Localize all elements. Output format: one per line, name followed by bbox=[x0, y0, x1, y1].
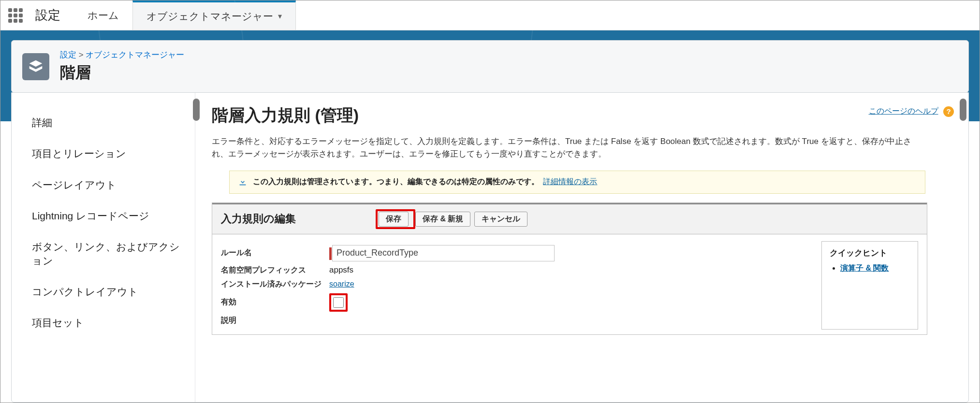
page-title: 階層 bbox=[60, 62, 184, 84]
namespace-prefix-value: appsfs bbox=[329, 265, 353, 275]
description-label: 説明 bbox=[221, 316, 329, 326]
panel-title: 入力規則の編集 bbox=[221, 212, 376, 226]
sidebar-item-page-layouts[interactable]: ページレイアウト bbox=[32, 170, 195, 201]
save-button[interactable]: 保存 bbox=[379, 212, 409, 227]
rule-name-input[interactable] bbox=[332, 245, 555, 261]
breadcrumb-sep: > bbox=[79, 50, 86, 59]
operators-functions-link[interactable]: 演算子 & 関数 bbox=[840, 264, 889, 272]
save-and-new-button[interactable]: 保存 & 新規 bbox=[415, 212, 470, 227]
intro-text: エラー条件と、対応するエラーメッセージを指定して、入力規則を定義します。エラー条… bbox=[212, 135, 922, 161]
sidebar-item-fields[interactable]: 項目とリレーション bbox=[32, 138, 195, 169]
page-help-link[interactable]: このページのヘルプ bbox=[869, 107, 938, 115]
rule-name-label: ルール名 bbox=[221, 248, 329, 258]
sidebar-item-lightning-pages[interactable]: Lightning レコードページ bbox=[32, 201, 195, 231]
sidebar-item-field-sets[interactable]: 項目セット bbox=[32, 307, 195, 338]
active-checkbox[interactable] bbox=[333, 297, 344, 308]
sidebar-item-compact-layouts[interactable]: コンパクトレイアウト bbox=[32, 276, 195, 307]
banner-more-link[interactable]: 詳細情報の表示 bbox=[543, 177, 597, 186]
banner-text: この入力規則は管理されています。つまり、編集できるのは特定の属性のみです。 bbox=[253, 177, 539, 186]
managed-banner: この入力規則は管理されています。つまり、編集できるのは特定の属性のみです。 詳細… bbox=[229, 171, 925, 194]
object-icon bbox=[22, 53, 49, 80]
breadcrumb-object-manager-link[interactable]: オブジェクトマネージャー bbox=[86, 50, 184, 59]
sidebar-item-details[interactable]: 詳細 bbox=[32, 107, 195, 138]
active-label: 有効 bbox=[221, 297, 329, 307]
required-indicator bbox=[329, 247, 332, 260]
download-icon bbox=[237, 177, 248, 187]
installed-package-link[interactable]: soarize bbox=[329, 280, 354, 288]
content-area: 詳細 項目とリレーション ページレイアウト Lightning レコードページ … bbox=[11, 92, 969, 403]
save-highlight: 保存 bbox=[376, 209, 415, 229]
form-column: ルール名 名前空間プレフィックス appsfs インストール済みパッケージ so… bbox=[221, 241, 807, 330]
breadcrumb: 設定 > オブジェクトマネージャー bbox=[60, 49, 184, 60]
edit-panel: 入力規則の編集 保存 保存 & 新規 キャンセル ルール名 bbox=[212, 202, 927, 335]
quick-tips-title: クイックヒント bbox=[830, 247, 910, 259]
active-highlight bbox=[329, 293, 348, 312]
object-sidebar: 詳細 項目とリレーション ページレイアウト Lightning レコードページ … bbox=[12, 93, 195, 402]
breadcrumb-root-link[interactable]: 設定 bbox=[60, 50, 76, 59]
namespace-prefix-label: 名前空間プレフィックス bbox=[221, 265, 329, 275]
installed-package-label: インストール済みパッケージ bbox=[221, 279, 329, 289]
sidebar-item-buttons-links[interactable]: ボタン、リンク、およびアクション bbox=[32, 231, 195, 276]
panel-header: 入力規則の編集 保存 保存 & 新規 キャンセル bbox=[212, 203, 927, 234]
cancel-button[interactable]: キャンセル bbox=[474, 212, 527, 227]
main-heading: 階層入力規則 (管理) bbox=[212, 104, 961, 127]
quick-tips-box: クイックヒント 演算子 & 関数 bbox=[821, 241, 918, 330]
panel-body: ルール名 名前空間プレフィックス appsfs インストール済みパッケージ so… bbox=[212, 234, 927, 334]
page-help: このページのヘルプ ? bbox=[869, 106, 954, 117]
help-icon[interactable]: ? bbox=[943, 106, 954, 117]
page-header: 設定 > オブジェクトマネージャー 階層 bbox=[11, 40, 969, 93]
main-panel: 階層入力規則 (管理) このページのヘルプ ? エラー条件と、対応するエラーメッ… bbox=[195, 93, 968, 402]
